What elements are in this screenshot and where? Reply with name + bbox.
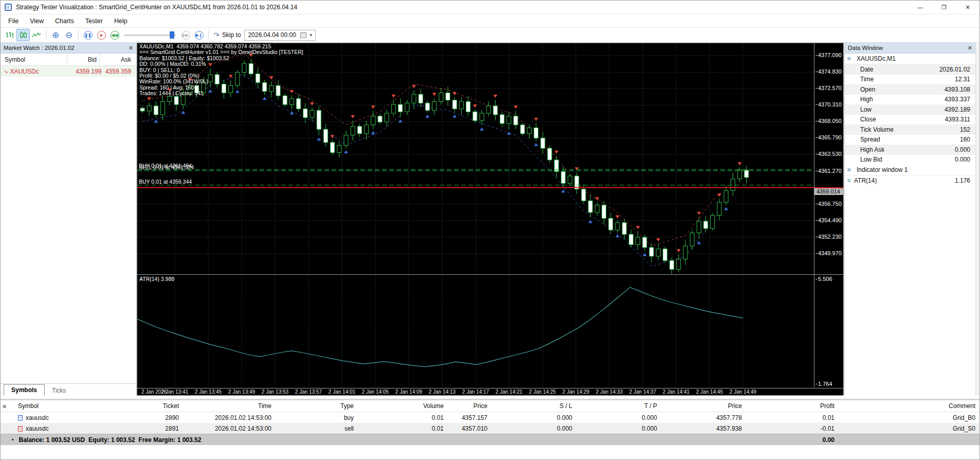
chart-area[interactable]: XAUUSDc,M1 4359.074 4360.782 4359.074 43… (137, 43, 844, 396)
price-axis-label: 4370.310 (815, 101, 842, 108)
data-window-row: Date2026.01.02 (845, 64, 975, 75)
vertical-scrollbar[interactable] (975, 43, 980, 396)
trades-column-volume[interactable]: Volume (358, 402, 448, 410)
time-axis-label: 2 Jan 14:13 (429, 389, 456, 395)
market-watch-close-icon[interactable]: ✕ (129, 45, 133, 51)
trades-table-row[interactable]: xauusdc28912026.01.02 14:53:00sell0.0143… (1, 423, 979, 434)
time-axis-label: 2 Jan 14:25 (529, 389, 556, 395)
column-ask[interactable]: Ask (100, 56, 136, 63)
stop-button[interactable]: ■ (95, 29, 108, 41)
atr-indicator-pane[interactable]: ATR(14) 3.988 (137, 274, 814, 387)
trades-column-price[interactable]: Price (448, 402, 492, 410)
tab-ticks[interactable]: Ticks (45, 385, 74, 396)
position-buy-icon (18, 415, 23, 421)
account-summary-bar: • Balance: 1 003.52 USD Equity: 1 003.52… (1, 434, 979, 445)
bar-chart-button[interactable] (3, 29, 16, 41)
chevron-down-icon[interactable]: ▼ (309, 33, 313, 38)
calendar-icon[interactable] (300, 32, 306, 38)
column-symbol[interactable]: Symbol (1, 54, 67, 65)
trades-column-profit[interactable]: Profit (746, 402, 839, 410)
price-axis-label: 4365.790 (815, 134, 842, 140)
tab-symbols[interactable]: Symbols (4, 384, 45, 396)
maximize-button[interactable]: ❐ (932, 1, 956, 14)
zoom-out-button[interactable]: ⊖ (62, 29, 76, 41)
price-axis-label: 4368.050 (815, 118, 842, 124)
data-window-symbol-row[interactable]: ≈ XAUUSDc,M1 (845, 54, 975, 64)
skip-to-date-input[interactable]: 2026.04.04 00:00 ▼ (244, 30, 315, 41)
menu-item-charts[interactable]: Charts (49, 15, 80, 27)
data-window-field-label: High Ask (845, 146, 918, 153)
data-window-field-value: 4393.311 (918, 116, 975, 123)
zoom-in-button[interactable]: ⊕ (49, 29, 62, 41)
market-watch-title: Market Watch : 2026.01.02 (4, 45, 75, 51)
data-window-field-label: High (845, 96, 918, 103)
zoom-in-icon: ⊕ (52, 31, 59, 40)
line-chart-button[interactable] (30, 29, 43, 41)
time-axis-label: 2 Jan 13:45 (195, 389, 222, 395)
menu-item-tester[interactable]: Tester (80, 15, 108, 27)
profit-total: 0.00 (746, 436, 834, 444)
time-axis-label: 2 Jan 14:33 (596, 389, 623, 395)
trades-panel-close-icon[interactable]: ✕ (2, 403, 7, 410)
close-button[interactable]: ✕ (956, 1, 979, 14)
bar-chart-icon (6, 31, 14, 39)
time-axis[interactable]: 2 Jan 20262 Jan 13:412 Jan 13:452 Jan 13… (137, 388, 843, 396)
price-axis-label: 4377.090 (815, 52, 842, 58)
chart-line-icon: ≈ (847, 55, 857, 62)
time-axis-label: 2 Jan 13:57 (295, 389, 322, 395)
slower-button[interactable]: ◀◀ (108, 29, 121, 41)
trades-column-type[interactable]: Type (276, 402, 358, 410)
trades-column-ticket[interactable]: Ticket (98, 402, 183, 410)
pause-icon: ❚❚ (84, 31, 93, 40)
trades-column-sl[interactable]: S / L (492, 402, 576, 410)
skip-end-button[interactable]: ▶❙ (192, 29, 206, 41)
minimize-button[interactable]: — (909, 1, 932, 14)
indicator-rows: ≈ATR(14)1.176 (845, 175, 975, 186)
price-axis[interactable]: 4377.0904374.8304372.5704370.3104368.050… (814, 43, 843, 274)
market-watch-row-xauusdc[interactable]: ↘ XAUUSDc 4359.199 4359.359 (1, 66, 136, 77)
price-axis-label: 4361.270 (815, 168, 842, 174)
faster-button[interactable]: ▶▶ (179, 29, 192, 41)
time-axis-label: 2 Jan 14:09 (395, 389, 422, 395)
indicator-value: 1.176 (914, 177, 975, 184)
trades-column-comment[interactable]: Comment (839, 402, 979, 410)
menu-item-help[interactable]: Help (108, 15, 133, 27)
trades-header-row: SymbolTicketTimeTypeVolumePriceS / LT / … (1, 400, 979, 412)
price-axis-label: 4352.230 (815, 234, 842, 240)
trades-table-row[interactable]: xauusdc28902026.01.02 14:53:00buy0.01435… (1, 412, 979, 423)
atr-axis[interactable]: 5.506 1.764 (814, 274, 843, 387)
data-window-close-icon[interactable]: ✕ (968, 45, 972, 51)
atr-axis-top: 5.506 (815, 276, 832, 282)
indicator-window-row[interactable]: ≈ Indicator window 1 (845, 165, 975, 175)
market-watch-tabs: Symbols Ticks (1, 383, 136, 396)
trades-column-price[interactable]: Price (661, 402, 746, 410)
atr-indicator-label: ATR(14) 3.988 (139, 276, 174, 282)
app-icon (5, 4, 12, 11)
title-bar: Strategy Tester Visualization : SmartGri… (1, 1, 979, 14)
price-pane[interactable]: XAUUSDc,M1 4359.074 4360.782 4359.074 43… (137, 43, 814, 274)
candlestick-chart-button[interactable] (16, 29, 30, 41)
window-title: Strategy Tester Visualization : SmartGri… (16, 4, 297, 11)
data-window-row: High Ask0.000 (845, 145, 975, 155)
column-bid[interactable]: Bid (67, 54, 100, 65)
speed-slider-track[interactable] (124, 34, 176, 36)
menu-item-view[interactable]: View (24, 15, 49, 27)
trades-column-time[interactable]: Time (183, 402, 276, 410)
trades-column-symbol[interactable]: Symbol (1, 402, 98, 410)
data-window-row: High4393.337 (845, 95, 975, 105)
zoom-out-icon: ⊖ (65, 31, 72, 40)
speed-slider[interactable] (124, 30, 176, 40)
indicator-line-icon: ≈ (845, 177, 854, 184)
trades-column-tp[interactable]: T / P (576, 402, 661, 410)
pause-button[interactable]: ❚❚ (81, 29, 95, 41)
menu-item-file[interactable]: File (3, 15, 24, 27)
time-axis-label: 2 Jan 14:17 (462, 389, 489, 395)
data-window-panel: Data Window ✕ ≈ XAUUSDc,M1 Date2026.01.0… (844, 43, 975, 396)
speed-slider-thumb[interactable] (170, 31, 174, 39)
time-axis-label: 2 Jan 14:01 (329, 389, 355, 395)
price-axis-label: 4372.570 (815, 85, 842, 91)
data-window-field-value: 0.000 (918, 146, 975, 153)
time-axis-label: 2 Jan 14:49 (730, 389, 756, 395)
data-window-field-value: 4393.108 (918, 86, 975, 93)
data-window-field-label: Close (845, 116, 918, 123)
